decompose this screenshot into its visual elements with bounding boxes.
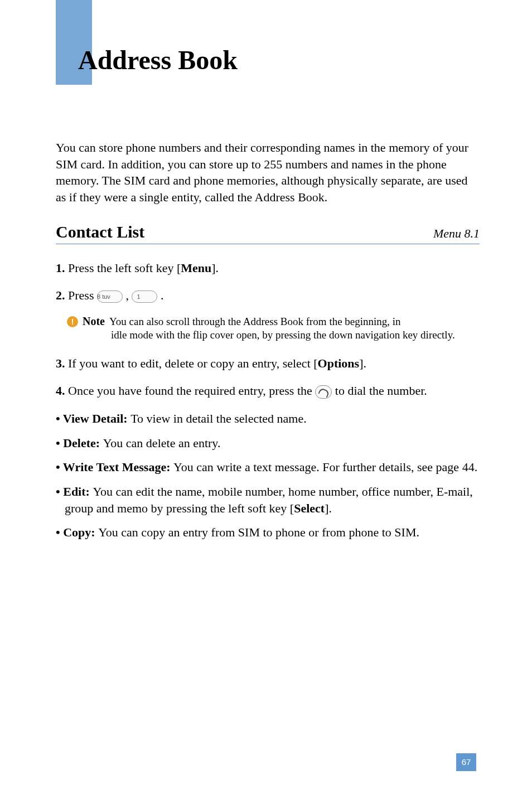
intro-paragraph: You can store phone numbers and their co… [56, 139, 480, 206]
note-label: Note [83, 315, 105, 327]
bullet-2-text: You can delete an entry. [103, 436, 221, 450]
section-header: Contact List Menu 8.1 [56, 222, 480, 244]
bullet-copy: • Copy: You can copy an entry from SIM t… [56, 524, 480, 541]
bullet-write-text: • Write Text Message: You can write a te… [56, 459, 480, 476]
bullet-4-text-c: ]. [325, 501, 332, 515]
step-4: 4. Once you have found the required entr… [56, 382, 480, 399]
bullet-delete: • Delete: You can delete an entry. [56, 435, 480, 452]
bullet-view-detail: • View Detail: To view in detail the sel… [56, 410, 480, 427]
bullet-edit: • Edit: You can edit the name, mobile nu… [56, 483, 480, 516]
bullet-3-text: You can write a text message. For furthe… [173, 460, 477, 474]
section-title: Contact List [56, 222, 144, 241]
menu-reference: Menu 8.1 [433, 226, 480, 241]
note-body: NoteYou can also scroll through the Addr… [83, 315, 480, 342]
bullet-5-label: • Copy: [56, 525, 98, 539]
dial-icon [315, 385, 332, 399]
step-3-options: Options [318, 356, 360, 370]
bullet-1-label: • View Detail: [56, 411, 130, 425]
step-3-number: 3. [56, 356, 68, 370]
note-text-rest: idle mode with the flip cover open, by p… [83, 328, 480, 342]
step-2-number: 2. [56, 288, 68, 302]
step-4-number: 4. [56, 384, 68, 398]
note-box: ! NoteYou can also scroll through the Ad… [67, 315, 480, 342]
bullet-4-text-a: You can edit the name, mobile number, ho… [65, 485, 473, 515]
step-1: 1. Press the left soft key [Menu]. [56, 260, 480, 277]
bullet-1-text: To view in detail the selected name. [130, 411, 307, 425]
step-2-period: . [157, 288, 163, 302]
step-3-text-c: ]. [359, 356, 366, 370]
page-number: 67 [456, 753, 476, 771]
note-icon: ! [67, 316, 78, 327]
bullet-3-label: • Write Text Message: [56, 460, 173, 474]
page-title: Address Book [78, 45, 238, 75]
bullet-4-select: Select [294, 501, 325, 515]
bullet-4-label: • Edit: [56, 485, 93, 498]
step-4-text-b: to dial the number. [332, 384, 427, 398]
bullet-2-label: • Delete: [56, 436, 103, 450]
step-2-text-a: Press [68, 288, 97, 302]
note-text-first: You can also scroll through the Address … [109, 316, 401, 327]
step-1-text-c: ]. [211, 261, 219, 275]
step-2-comma: , [123, 288, 132, 302]
step-1-text-a: Press the left soft key [ [68, 261, 181, 275]
step-4-text-a: Once you have found the required entry, … [68, 384, 315, 398]
key-1-icon: 1 [132, 290, 157, 303]
step-2: 2. Press 8 tuv , 1 . [56, 287, 480, 304]
step-3: 3. If you want to edit, delete or copy a… [56, 355, 480, 372]
bullet-5-text: You can copy an entry from SIM to phone … [98, 525, 419, 539]
step-3-text-a: If you want to edit, delete or copy an e… [68, 356, 318, 370]
key-8-icon: 8 tuv [97, 290, 123, 303]
step-1-number: 1. [56, 261, 68, 275]
page-content: You can store phone numbers and their co… [56, 139, 480, 549]
step-1-menu: Menu [181, 261, 211, 275]
